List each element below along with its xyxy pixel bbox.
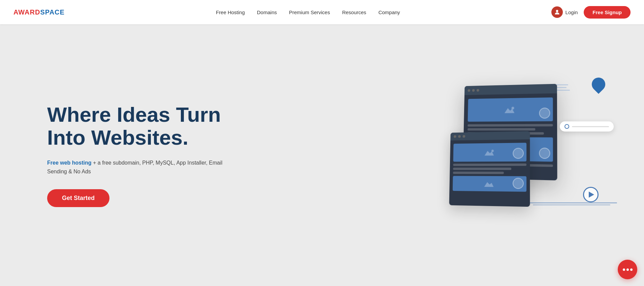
nav-domains[interactable]: Domains <box>257 9 277 15</box>
content-line <box>453 172 504 174</box>
browser-bar-2 <box>450 131 530 141</box>
search-circle-icon <box>565 124 569 129</box>
logo-space: SPACE <box>40 8 64 16</box>
search-bar-overlay <box>560 121 614 132</box>
window-dot-5 <box>458 135 461 138</box>
login-area[interactable]: Login <box>551 6 578 18</box>
hero-content: Where Ideas Turn Into Websites. Free web… <box>47 103 243 207</box>
chat-dot-3 <box>630 268 633 271</box>
content-line <box>468 124 553 127</box>
chat-dot-2 <box>626 268 629 271</box>
hero-subtitle: Free web hosting + a free subdomain, PHP… <box>47 159 243 176</box>
window-dot-4 <box>454 135 456 138</box>
nav-right: Login Free Signup <box>551 6 631 19</box>
nav-links: Free Hosting Domains Premium Services Re… <box>216 9 400 15</box>
diagonal-decoration <box>529 201 617 206</box>
chat-dot-1 <box>623 268 625 271</box>
logo-award: AWARD <box>13 8 40 16</box>
nav-free-hosting[interactable]: Free Hosting <box>216 9 245 15</box>
user-avatar-icon <box>551 6 563 18</box>
window-dot-1 <box>468 89 471 92</box>
browser-second-content <box>449 139 530 195</box>
free-signup-button[interactable]: Free Signup <box>584 6 631 19</box>
window-dot-3 <box>477 89 479 92</box>
navbar: AWARDSPACE Free Hosting Domains Premium … <box>0 0 644 24</box>
hero-section: Where Ideas Turn Into Websites. Free web… <box>0 24 644 286</box>
nav-premium-services[interactable]: Premium Services <box>289 9 330 15</box>
svg-rect-7 <box>483 148 495 157</box>
browser-lines-3 <box>453 164 526 174</box>
pin-shape <box>589 75 608 94</box>
browser-image-1 <box>468 97 553 122</box>
content-line <box>453 164 526 166</box>
search-bar-fill <box>572 126 609 127</box>
window-dot-6 <box>462 135 465 138</box>
hero-title: Where Ideas Turn Into Websites. <box>47 103 243 149</box>
svg-point-0 <box>556 10 558 12</box>
browser-mockup-second <box>449 131 530 207</box>
browser-image-4 <box>453 176 526 192</box>
chat-dots <box>623 268 633 271</box>
content-line <box>453 168 511 170</box>
get-started-button[interactable]: Get Started <box>47 189 109 207</box>
chat-widget[interactable] <box>618 260 637 279</box>
hero-illustration <box>442 71 617 239</box>
play-triangle <box>589 192 594 198</box>
browser-image-3 <box>453 143 527 162</box>
nav-company[interactable]: Company <box>378 9 400 15</box>
nav-resources[interactable]: Resources <box>342 9 366 15</box>
hero-subtitle-highlight: Free web hosting <box>47 160 92 166</box>
window-dot-2 <box>472 89 475 92</box>
play-button-icon <box>583 187 599 202</box>
login-label: Login <box>566 9 578 15</box>
content-line <box>468 128 535 131</box>
svg-rect-1 <box>503 105 516 115</box>
location-pin-icon <box>590 78 607 98</box>
logo[interactable]: AWARDSPACE <box>13 8 65 16</box>
